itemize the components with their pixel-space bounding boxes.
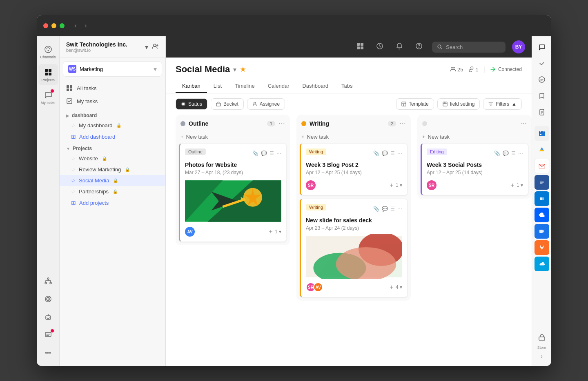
star-icon[interactable]: ★ — [240, 65, 246, 74]
column-menu-writing[interactable]: ⋯ — [399, 120, 406, 127]
new-task-outline[interactable]: +New task — [176, 131, 290, 143]
right-rail-notebook[interactable] — [535, 175, 549, 190]
workspace-selector[interactable]: WS Marketing ▾ — [63, 61, 162, 77]
more-icon[interactable]: ⋯ — [397, 151, 402, 156]
help-icon[interactable] — [412, 40, 425, 55]
tab-kanban[interactable]: Kanban — [176, 80, 207, 93]
traffic-lights — [43, 23, 65, 28]
template-button[interactable]: Template — [396, 98, 434, 110]
dropdown-icon: ▾ — [154, 65, 157, 73]
bucket-filter-button[interactable]: Bucket — [211, 98, 244, 110]
back-button[interactable]: ‹ — [71, 20, 80, 31]
workspace-badge: WS — [68, 65, 76, 73]
filters-button[interactable]: Filters ▲ — [483, 98, 522, 110]
svg-rect-17 — [70, 85, 72, 88]
review-marketing-label: Review Marketing — [79, 166, 121, 173]
add-dashboard-button[interactable]: ⊞ Add dashboard — [60, 131, 165, 142]
my-tasks-label: My tasks — [77, 98, 98, 104]
project-title: Social Media ▾ ★ — [176, 64, 246, 75]
target-icon — [43, 294, 53, 304]
column-menu-editing[interactable]: ⋯ — [520, 120, 527, 127]
field-setting-button[interactable]: field setting — [437, 98, 480, 110]
right-rail-gitlab[interactable] — [535, 240, 549, 255]
sidebar-item-partnerships[interactable]: ☆ Partnerships 🔒 — [60, 186, 165, 197]
tab-calendar[interactable]: Calendar — [261, 80, 296, 93]
right-rail-bookmark[interactable] — [535, 89, 549, 103]
comment-icon: 💬 — [503, 151, 509, 156]
task-avatar-social-posts: SR — [427, 180, 437, 190]
more-icon[interactable]: ⋯ — [397, 206, 402, 212]
notification-icon[interactable] — [393, 40, 406, 55]
right-rail-outlook[interactable] — [535, 191, 549, 206]
right-rail-video[interactable] — [535, 224, 549, 239]
grid-icon[interactable] — [354, 40, 367, 55]
dashboard-section-header[interactable]: ▶ dashboard — [60, 109, 165, 120]
right-rail-tasks[interactable] — [535, 56, 549, 71]
user-avatar[interactable]: BY — [512, 40, 525, 53]
sidebar-item-my-dashboard[interactable]: ☆ My dashboard 🔒 — [60, 120, 165, 131]
right-rail-gmail[interactable] — [535, 159, 549, 173]
sidebar-item-website[interactable]: ☆ Website 🔒 — [60, 153, 165, 164]
sidebar-item-social-media[interactable]: ☆ Social Media 🔒 — [60, 175, 165, 186]
task-card-photos[interactable]: Outline 📎 💬 ☰ ⋯ Photos for Website Mar 2… — [179, 143, 287, 242]
right-rail-comments[interactable] — [535, 72, 549, 87]
sidebar-item-projects[interactable]: Projects — [38, 64, 58, 85]
svg-point-29 — [453, 68, 455, 70]
right-rail-document[interactable] — [535, 105, 549, 120]
right-rail-google-drive[interactable] — [535, 142, 549, 157]
sidebar-item-more[interactable]: ••• — [38, 345, 58, 361]
right-rail-salesforce[interactable] — [535, 257, 549, 271]
chevron-down-icon[interactable]: ▾ — [145, 43, 148, 51]
sidebar-item-feedback[interactable] — [38, 327, 58, 343]
sidebar-item-my-tasks[interactable]: My tasks — [60, 95, 165, 108]
more-icon[interactable]: ⋯ — [276, 151, 281, 156]
projects-section-header[interactable]: ▼ Projects — [60, 142, 165, 153]
svg-rect-23 — [357, 47, 360, 49]
sidebar-item-review-marketing[interactable]: ☆ Review Marketing 🔒 — [60, 164, 165, 175]
dropdown-icon[interactable]: ▾ — [233, 66, 236, 73]
minimize-button[interactable] — [51, 23, 56, 28]
right-rail-chat[interactable] — [535, 40, 549, 54]
svg-rect-24 — [361, 47, 363, 49]
sidebar-item-bot[interactable] — [38, 309, 58, 325]
task-footer-social-posts: SR 1 ▾ — [427, 180, 523, 190]
right-rail-cloud[interactable] — [535, 208, 549, 222]
tab-tabs[interactable]: Tabs — [335, 80, 359, 93]
assignee-filter-button[interactable]: Assignee — [247, 98, 285, 110]
right-rail-store[interactable] — [535, 330, 549, 345]
maximize-button[interactable] — [60, 23, 65, 28]
task-card-blog-post[interactable]: Writing 📎 💬 ☰ ⋯ Week 3 Blog Post 2 Apr 1… — [300, 143, 408, 195]
comment-icon: 💬 — [382, 151, 388, 156]
sidebar-item-goals[interactable] — [38, 291, 58, 307]
tab-list[interactable]: List — [207, 80, 228, 93]
sidebar-item-org[interactable] — [38, 273, 58, 289]
close-button[interactable] — [43, 23, 48, 28]
column-menu-outline[interactable]: ⋯ — [278, 120, 285, 127]
svg-rect-61 — [539, 337, 545, 340]
project-title-row: Social Media ▾ ★ 25 1 | — [176, 64, 522, 75]
task-card-social-posts[interactable]: Editing 📎 💬 ☰ ⋯ Week 3 Social Posts Apr … — [421, 143, 528, 195]
sidebar-item-chat[interactable]: My tasks — [38, 87, 58, 108]
new-task-writing[interactable]: +New task — [296, 131, 411, 143]
column-title-writing: Writing — [310, 120, 385, 127]
checklist-icon: ☰ — [511, 151, 516, 156]
sidebar-item-channels[interactable]: Channels — [38, 41, 58, 62]
expand-button[interactable]: › — [537, 350, 546, 363]
add-projects-button[interactable]: ⊞ Add projects — [60, 197, 165, 208]
search-bar[interactable]: Search — [432, 42, 506, 53]
more-icon[interactable]: ⋯ — [518, 151, 523, 156]
task-tag-outline: Outline — [185, 148, 206, 155]
forward-button[interactable]: › — [81, 20, 90, 31]
sidebar-item-all-tasks[interactable]: All tasks — [60, 82, 165, 95]
connected-label: Connected — [498, 66, 522, 72]
tab-dashboard[interactable]: Dashboard — [296, 80, 335, 93]
new-task-editing[interactable]: +New task — [417, 131, 532, 143]
history-icon[interactable] — [373, 40, 386, 55]
status-filter-button[interactable]: Status — [176, 98, 207, 110]
column-dot-outline — [180, 121, 185, 126]
task-footer-sales-deck: SR AV 4 ▾ — [306, 282, 402, 292]
tab-timeline[interactable]: Timeline — [228, 80, 261, 93]
task-card-sales-deck[interactable]: Writing 📎 💬 ☰ ⋯ New slide for sales deck… — [300, 199, 408, 297]
add-member-icon[interactable] — [151, 42, 159, 51]
right-rail-calendar-app[interactable] — [535, 126, 549, 141]
